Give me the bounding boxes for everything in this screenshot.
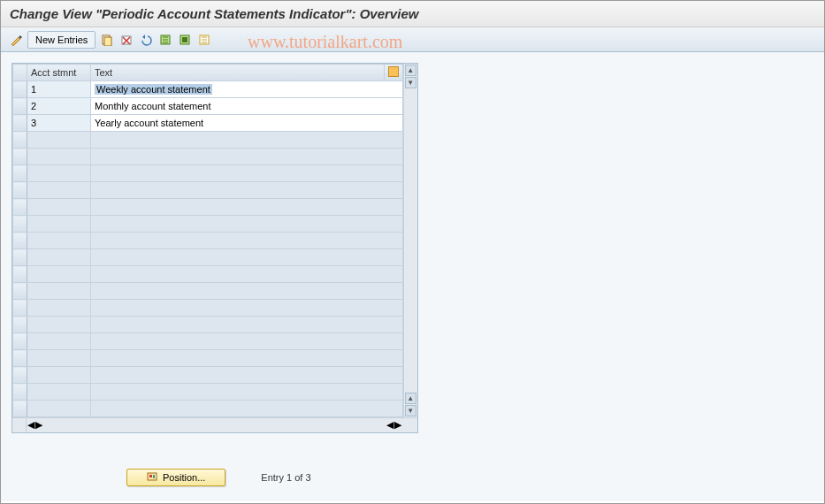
table-row[interactable] — [13, 165, 403, 182]
scroll-down-icon[interactable]: ▼ — [405, 77, 416, 88]
select-column-header[interactable] — [13, 65, 27, 81]
table-row[interactable] — [13, 216, 403, 233]
acct-cell[interactable] — [27, 283, 91, 300]
toggle-display-icon[interactable] — [8, 32, 24, 48]
row-selector[interactable] — [13, 199, 27, 216]
table-row[interactable] — [13, 149, 403, 165]
row-selector[interactable] — [13, 233, 27, 249]
scroll-right-icon[interactable]: ▶ — [394, 419, 401, 431]
row-selector[interactable] — [13, 384, 27, 401]
row-selector[interactable] — [13, 266, 27, 283]
row-selector[interactable] — [13, 165, 27, 182]
table-row[interactable] — [13, 367, 403, 384]
table-row[interactable]: 1Weekly account statement — [13, 81, 403, 98]
row-selector[interactable] — [13, 367, 27, 384]
row-selector[interactable] — [13, 283, 27, 300]
table-row[interactable] — [13, 283, 403, 300]
table-row[interactable] — [13, 182, 403, 199]
text-cell[interactable]: Monthly account statement — [91, 98, 403, 115]
text-cell[interactable] — [91, 216, 403, 233]
text-cell[interactable] — [91, 317, 403, 333]
row-selector[interactable] — [13, 81, 27, 98]
text-cell[interactable] — [91, 165, 403, 182]
table-row[interactable] — [13, 233, 403, 249]
table-row[interactable] — [13, 199, 403, 216]
acct-cell[interactable] — [27, 384, 91, 401]
text-cell[interactable] — [91, 401, 403, 417]
acct-cell[interactable] — [27, 266, 91, 283]
row-selector[interactable] — [13, 182, 27, 199]
table-settings-icon[interactable] — [388, 66, 399, 77]
acct-cell[interactable]: 1 — [27, 81, 91, 98]
table-row[interactable] — [13, 300, 403, 317]
scroll-up-icon[interactable]: ▲ — [405, 65, 416, 76]
table-row[interactable] — [13, 333, 403, 350]
row-selector[interactable] — [13, 249, 27, 266]
scroll-up-icon[interactable]: ▲ — [405, 393, 416, 404]
scroll-left-icon[interactable]: ◀ — [27, 419, 34, 431]
table-row[interactable]: 2Monthly account statement — [13, 98, 403, 115]
table-row[interactable] — [13, 350, 403, 367]
acct-cell[interactable] — [27, 333, 91, 350]
row-selector[interactable] — [13, 333, 27, 350]
deselect-all-icon[interactable] — [196, 32, 212, 48]
table-row[interactable] — [13, 401, 403, 417]
table-row[interactable] — [13, 317, 403, 333]
text-cell[interactable] — [91, 199, 403, 216]
text-cell[interactable] — [91, 182, 403, 199]
text-cell[interactable] — [91, 233, 403, 249]
acct-cell[interactable] — [27, 233, 91, 249]
text-cell[interactable] — [91, 384, 403, 401]
text-cell[interactable] — [91, 367, 403, 384]
row-selector[interactable] — [13, 115, 27, 132]
row-selector[interactable] — [13, 132, 27, 149]
text-cell[interactable] — [91, 149, 403, 165]
scroll-right-icon[interactable]: ▶ — [35, 419, 42, 431]
delete-icon[interactable] — [118, 32, 134, 48]
acct-cell[interactable] — [27, 300, 91, 317]
acct-cell[interactable]: 2 — [27, 98, 91, 115]
scroll-down-icon[interactable]: ▼ — [405, 405, 416, 416]
text-cell[interactable] — [91, 132, 403, 149]
acct-cell[interactable] — [27, 367, 91, 384]
table-row[interactable] — [13, 132, 403, 149]
acct-cell[interactable]: 3 — [27, 115, 91, 132]
text-cell[interactable] — [91, 300, 403, 317]
text-cell[interactable]: Weekly account statement — [91, 81, 403, 98]
acct-cell[interactable] — [27, 132, 91, 149]
text-column-header[interactable]: Text — [91, 65, 385, 81]
text-cell[interactable] — [91, 283, 403, 300]
row-selector[interactable] — [13, 216, 27, 233]
vertical-scrollbar[interactable]: ▲ ▼ ▲ ▼ — [403, 64, 417, 417]
undo-icon[interactable] — [138, 32, 154, 48]
new-entries-button[interactable]: New Entries — [27, 31, 95, 49]
acct-column-header[interactable]: Acct stmnt — [27, 65, 91, 81]
acct-cell[interactable] — [27, 317, 91, 333]
acct-cell[interactable] — [27, 401, 91, 417]
acct-cell[interactable] — [27, 182, 91, 199]
table-row[interactable] — [13, 249, 403, 266]
acct-cell[interactable] — [27, 149, 91, 165]
table-row[interactable] — [13, 384, 403, 401]
text-cell[interactable] — [91, 333, 403, 350]
copy-icon[interactable] — [99, 32, 115, 48]
text-cell[interactable] — [91, 266, 403, 283]
position-button[interactable]: Position... — [126, 469, 225, 486]
acct-cell[interactable] — [27, 216, 91, 233]
text-cell[interactable] — [91, 350, 403, 367]
config-column-header[interactable] — [384, 65, 402, 81]
text-cell[interactable] — [91, 249, 403, 266]
row-selector[interactable] — [13, 98, 27, 115]
row-selector[interactable] — [13, 317, 27, 333]
row-selector[interactable] — [13, 350, 27, 367]
acct-cell[interactable] — [27, 350, 91, 367]
acct-cell[interactable] — [27, 199, 91, 216]
table-row[interactable]: 3Yearly account statement — [13, 115, 403, 132]
row-selector[interactable] — [13, 300, 27, 317]
acct-cell[interactable] — [27, 249, 91, 266]
row-selector[interactable] — [13, 149, 27, 165]
table-row[interactable] — [13, 266, 403, 283]
select-all-icon[interactable] — [157, 32, 173, 48]
acct-cell[interactable] — [27, 165, 91, 182]
row-selector[interactable] — [13, 401, 27, 417]
